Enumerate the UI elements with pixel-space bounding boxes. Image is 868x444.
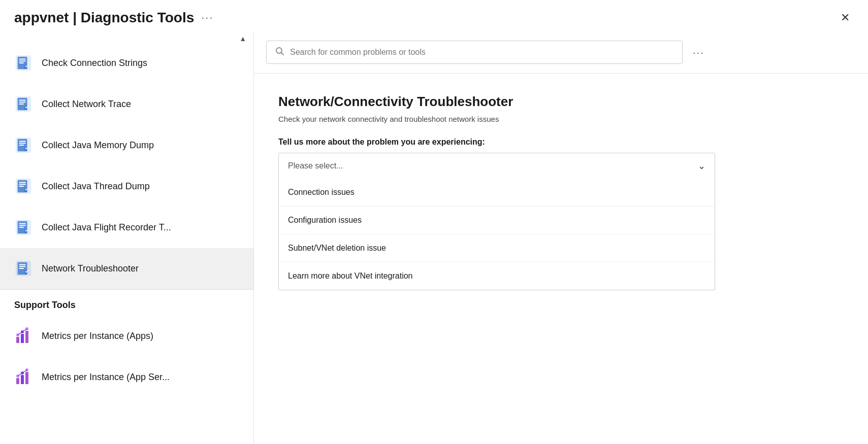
svg-rect-30 — [16, 337, 19, 343]
svg-rect-23 — [19, 225, 26, 226]
collect-network-icon — [14, 95, 33, 113]
chevron-down-icon: ⌄ — [698, 160, 705, 172]
dropdown-menu: Connection issues Configuration issues S… — [278, 179, 715, 290]
svg-rect-14 — [19, 145, 24, 146]
sidebar-item-metrics-apps-label: Metrics per Instance (Apps) — [42, 331, 153, 341]
dropdown-placeholder: Please select... — [288, 161, 343, 170]
collect-thread-icon — [14, 177, 33, 195]
svg-rect-19 — [19, 186, 24, 187]
dropdown-button[interactable]: Please select... ⌄ — [278, 153, 715, 179]
search-bar-row: ··· — [254, 31, 868, 74]
check-connection-icon — [14, 54, 33, 72]
sidebar-item-collect-network-label: Collect Network Trace — [42, 99, 131, 110]
sidebar-item-network-troubleshooter[interactable]: Network Troubleshooter — [0, 248, 253, 289]
sidebar: ▲ Check Connection Strings — [0, 31, 254, 444]
svg-rect-7 — [19, 100, 26, 101]
svg-rect-2 — [19, 59, 26, 60]
svg-rect-24 — [19, 227, 24, 228]
svg-rect-29 — [19, 268, 24, 269]
svg-rect-18 — [19, 184, 26, 185]
svg-rect-9 — [19, 104, 24, 105]
tool-description: Check your network connectivity and trou… — [278, 115, 844, 123]
svg-line-43 — [281, 53, 284, 55]
sidebar-item-collect-thread-label: Collect Java Thread Dump — [42, 181, 150, 192]
network-troubleshooter-icon — [14, 259, 33, 278]
collect-memory-icon — [14, 136, 33, 154]
sidebar-item-collect-flight[interactable]: Collect Java Flight Recorder T... — [0, 207, 253, 248]
title-bar: appvnet | Diagnostic Tools ··· ✕ — [0, 0, 868, 31]
tool-title: Network/Connectivity Troubleshooter — [278, 94, 844, 110]
sidebar-item-metrics-appser-label: Metrics per Instance (App Ser... — [42, 372, 170, 383]
tool-content: Network/Connectivity Troubleshooter Chec… — [254, 74, 868, 311]
svg-rect-31 — [21, 334, 24, 343]
sidebar-item-collect-flight-label: Collect Java Flight Recorder T... — [42, 222, 171, 233]
svg-rect-8 — [19, 101, 26, 103]
dropdown-option-2[interactable]: Subnet/VNet deletion issue — [279, 234, 715, 262]
form-label: Tell us more about the problem you are e… — [278, 138, 844, 147]
sidebar-item-check-connection-label: Check Connection Strings — [42, 58, 147, 69]
sidebar-item-collect-network[interactable]: Collect Network Trace — [0, 84, 253, 125]
svg-rect-36 — [16, 378, 19, 384]
scroll-up-button[interactable]: ▲ — [239, 35, 246, 43]
support-tools-section-header: Support Tools — [0, 289, 253, 316]
title-bar-left: appvnet | Diagnostic Tools ··· — [14, 10, 214, 26]
search-input[interactable] — [290, 48, 674, 57]
metrics-appser-icon — [14, 368, 33, 386]
page-title: appvnet | Diagnostic Tools — [14, 10, 194, 26]
dropdown-option-1[interactable]: Configuration issues — [279, 207, 715, 234]
sidebar-item-metrics-apps[interactable]: Metrics per Instance (Apps) — [0, 316, 253, 357]
collect-flight-icon — [14, 218, 33, 236]
svg-rect-4 — [19, 62, 24, 63]
main-layout: ▲ Check Connection Strings — [0, 31, 868, 444]
svg-rect-27 — [19, 264, 26, 265]
search-icon — [275, 46, 285, 58]
sidebar-item-collect-memory-label: Collect Java Memory Dump — [42, 140, 154, 151]
sidebar-item-network-troubleshooter-label: Network Troubleshooter — [42, 263, 139, 274]
svg-rect-13 — [19, 143, 26, 144]
dropdown-option-0[interactable]: Connection issues — [279, 179, 715, 207]
search-ellipsis-button[interactable]: ··· — [689, 45, 709, 60]
svg-rect-32 — [25, 331, 28, 343]
sidebar-item-check-connection[interactable]: Check Connection Strings — [0, 43, 253, 84]
svg-rect-28 — [19, 266, 26, 267]
svg-rect-37 — [21, 375, 24, 384]
svg-rect-22 — [19, 223, 26, 224]
svg-rect-3 — [19, 60, 26, 61]
sidebar-item-collect-memory[interactable]: Collect Java Memory Dump — [0, 125, 253, 166]
dropdown-container: Please select... ⌄ Connection issues Con… — [278, 153, 715, 290]
close-button[interactable]: ✕ — [837, 9, 854, 26]
search-container — [266, 41, 683, 64]
sidebar-item-metrics-appser[interactable]: Metrics per Instance (App Ser... — [0, 357, 253, 398]
svg-rect-38 — [25, 372, 28, 384]
metrics-apps-icon — [14, 327, 33, 345]
dropdown-option-3[interactable]: Learn more about VNet integration — [279, 262, 715, 290]
sidebar-item-collect-thread[interactable]: Collect Java Thread Dump — [0, 166, 253, 207]
content-area: ··· Network/Connectivity Troubleshooter … — [254, 31, 868, 444]
svg-rect-17 — [19, 182, 26, 183]
title-ellipsis-btn[interactable]: ··· — [201, 11, 213, 24]
scroll-up-area: ▲ — [0, 31, 253, 43]
svg-rect-12 — [19, 141, 26, 142]
